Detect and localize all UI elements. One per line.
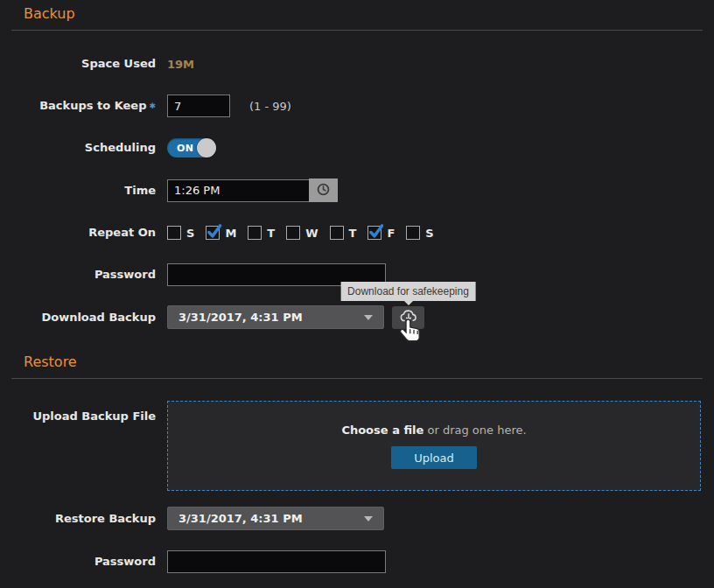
upload-backup-file-row: Upload Backup File Choose a file or drag… <box>11 401 703 491</box>
toggle-knob[interactable] <box>197 138 216 158</box>
backups-to-keep-input[interactable] <box>167 94 230 117</box>
day-item-4: T <box>330 226 357 240</box>
day-item-2: T <box>248 226 275 240</box>
day-item-3: W <box>286 226 318 240</box>
toggle-on-label: ON <box>177 143 194 154</box>
day-checkbox-3[interactable] <box>286 226 300 240</box>
cloud-download-icon <box>399 308 418 326</box>
day-label-0: S <box>186 227 194 240</box>
download-tooltip: Download for safekeeping <box>340 282 476 301</box>
dropzone-instruction: Choose a file or drag one here. <box>341 424 526 437</box>
chevron-down-icon <box>364 516 373 522</box>
day-item-5: F <box>368 226 395 240</box>
upload-backup-file-label: Upload Backup File <box>11 401 156 424</box>
download-backup-row: Download Backup 3/31/2017, 4:31 PM <box>11 305 703 329</box>
day-label-4: T <box>349 227 357 240</box>
day-item-0: S <box>167 226 194 240</box>
day-checkbox-4[interactable] <box>330 226 344 240</box>
day-label-5: F <box>387 227 395 240</box>
day-checkbox-6[interactable] <box>406 226 420 240</box>
backups-to-keep-row: Backups to Keep✱ (1 - 99) <box>11 94 703 117</box>
day-label-3: W <box>305 227 318 240</box>
download-backup-selected-value: 3/31/2017, 4:31 PM <box>178 311 303 324</box>
restore-backup-dropdown[interactable]: 3/31/2017, 4:31 PM <box>167 507 384 530</box>
space-used-row: Space Used 19M <box>11 52 703 75</box>
restore-password-input[interactable] <box>167 550 386 573</box>
backup-section: Backup Space Used 19M Backups to Keep✱ (… <box>11 0 703 329</box>
backup-form: Space Used 19M Backups to Keep✱ (1 - 99)… <box>11 31 703 329</box>
backup-section-title: Backup <box>11 0 703 30</box>
repeat-on-row: Repeat On SMTWTFS <box>11 221 703 244</box>
time-input[interactable] <box>167 179 309 202</box>
day-item-1: M <box>206 226 236 240</box>
time-picker-button[interactable] <box>309 178 338 202</box>
download-backup-button[interactable]: Download for safekeeping <box>392 306 424 329</box>
backup-password-label: Password <box>11 268 156 282</box>
clock-icon <box>316 182 331 200</box>
space-used-label: Space Used <box>11 57 156 71</box>
time-label: Time <box>11 184 156 198</box>
upload-dropzone[interactable]: Choose a file or drag one here. Upload <box>167 401 701 491</box>
download-backup-dropdown[interactable]: 3/31/2017, 4:31 PM <box>167 305 384 329</box>
day-checkbox-5-checked[interactable] <box>368 226 382 240</box>
day-item-6: S <box>406 226 433 240</box>
chevron-down-icon <box>364 315 373 320</box>
drag-here-text: or drag one here. <box>424 424 526 437</box>
day-label-6: S <box>425 227 433 240</box>
backups-to-keep-label: Backups to Keep✱ <box>11 99 156 113</box>
scheduling-row: Scheduling ON <box>11 136 703 159</box>
restore-password-label: Password <box>11 555 156 569</box>
restore-backup-selected-value: 3/31/2017, 4:31 PM <box>178 512 303 525</box>
choose-a-file-link[interactable]: Choose a file <box>341 424 424 437</box>
space-used-value: 19M <box>167 58 194 71</box>
upload-button[interactable]: Upload <box>391 446 477 469</box>
required-asterisk-icon: ✱ <box>149 102 156 110</box>
restore-section: Restore Upload Backup File Choose a file… <box>11 348 703 573</box>
day-checkbox-0[interactable] <box>167 226 181 240</box>
day-label-1: M <box>225 227 236 240</box>
scheduling-label: Scheduling <box>11 141 156 155</box>
repeat-on-label: Repeat On <box>11 226 156 240</box>
day-checkbox-1-checked[interactable] <box>206 226 220 240</box>
day-checkbox-2[interactable] <box>248 226 262 240</box>
tooltip-notch <box>403 300 414 305</box>
day-label-2: T <box>267 227 275 240</box>
restore-password-row: Password <box>11 550 703 573</box>
restore-backup-row: Restore Backup 3/31/2017, 4:31 PM <box>11 507 703 530</box>
download-backup-label: Download Backup <box>11 311 156 325</box>
scheduling-toggle[interactable]: ON <box>167 138 216 158</box>
time-row: Time <box>11 178 703 202</box>
restore-form: Upload Backup File Choose a file or drag… <box>11 379 703 573</box>
repeat-on-days: SMTWTFS <box>167 226 445 240</box>
backup-settings-page: Backup Space Used 19M Backups to Keep✱ (… <box>0 0 714 573</box>
backups-to-keep-hint: (1 - 99) <box>249 100 291 113</box>
restore-section-title: Restore <box>11 348 703 378</box>
restore-backup-label: Restore Backup <box>11 512 156 526</box>
